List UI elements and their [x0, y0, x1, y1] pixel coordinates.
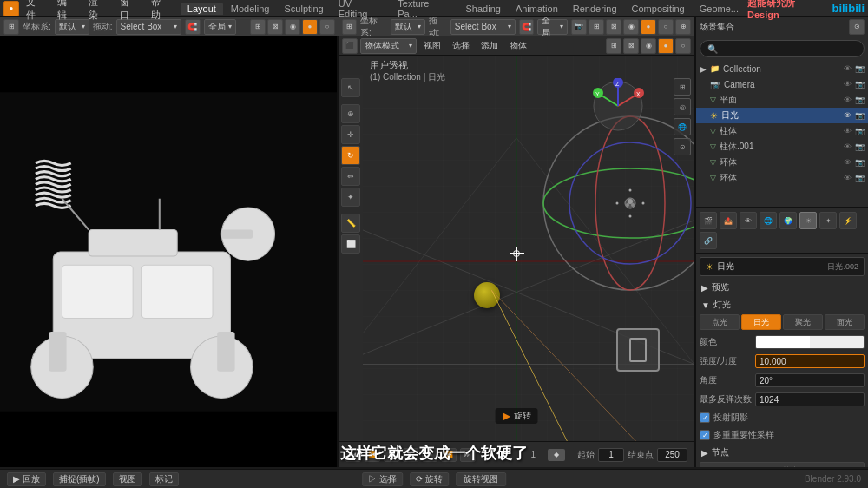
left-tb-icon1[interactable]: ⊞ — [3, 19, 19, 35]
outliner-camera[interactable]: 📷 Camera 👁 📷 — [696, 76, 868, 92]
scene-mode-icon[interactable]: ⬛ — [342, 38, 358, 54]
outliner-sun[interactable]: ☀ 日光 👁 📷 — [696, 108, 868, 123]
middle-tb-r3[interactable]: ⊠ — [606, 19, 621, 35]
eye-icon-0[interactable]: 👁 — [844, 64, 852, 73]
prop-object-data-icon[interactable]: ☀ — [799, 212, 817, 229]
start-frame-input[interactable] — [598, 448, 624, 462]
render-icon-6[interactable]: 📷 — [855, 158, 865, 167]
eye-icon-7[interactable]: 👁 — [844, 174, 852, 182]
render-icon-2[interactable]: 📷 — [855, 96, 865, 104]
scene-3d-area[interactable]: 用户透视 (1) Collection | 日光 ↖ ⊕ ✛ ↻ ⇔ ✦ 📏 ⬜ — [339, 56, 694, 467]
middle-tb-r4[interactable]: ◉ — [623, 19, 639, 35]
menu-edit[interactable]: 编辑 — [52, 0, 82, 23]
color-value[interactable] — [755, 335, 865, 349]
outliner-plane[interactable]: ▽ 平面 👁 📷 — [696, 92, 868, 108]
eye-icon-4[interactable]: 👁 — [844, 127, 852, 135]
left-tb-r1[interactable]: ⊞ — [250, 19, 266, 35]
render-mode[interactable]: 🌐 — [674, 118, 691, 135]
scene-add-menu[interactable]: 添加 — [477, 39, 503, 53]
end-frame-input[interactable] — [657, 448, 687, 462]
light-type-sun[interactable]: 日光 — [741, 314, 781, 330]
outliner-pillar1[interactable]: ▽ 柱体 👁 📷 — [696, 123, 868, 139]
eye-icon-5[interactable]: 👁 — [844, 142, 852, 151]
middle-tb-r7[interactable]: ⊕ — [675, 19, 691, 35]
render-icon-5[interactable]: 📷 — [855, 142, 865, 151]
left-model-area[interactable] — [0, 36, 337, 467]
eye-icon-6[interactable]: 👁 — [844, 158, 852, 167]
preview-toggle[interactable]: ▶ 预览 — [700, 280, 865, 295]
tab-shading[interactable]: Shading — [459, 3, 508, 15]
mark-btn[interactable]: 标记 — [149, 472, 179, 486]
zoom-to-fit[interactable]: ⊞ — [674, 78, 691, 96]
tab-animation[interactable]: Animation — [509, 3, 565, 15]
prop-output-icon[interactable]: 📤 — [720, 212, 737, 229]
light-type-point[interactable]: 点光 — [700, 314, 740, 330]
play-btn[interactable]: ▶ 回放 — [7, 472, 46, 486]
left-magnet[interactable]: 🧲 — [185, 19, 201, 35]
scene-icon1[interactable]: ⊞ — [606, 38, 621, 54]
render-icon-7[interactable]: 📷 — [855, 174, 865, 182]
render-icon-3[interactable]: 📷 — [855, 111, 865, 120]
middle-tb-r1[interactable]: 📷 — [571, 19, 587, 35]
left-tb-r2[interactable]: ⊠ — [267, 19, 283, 35]
light-type-spot[interactable]: 聚光 — [783, 314, 823, 330]
view-btn[interactable]: 视图 — [113, 472, 142, 486]
scene-icon4[interactable]: ● — [658, 38, 674, 54]
scene-tool-add[interactable]: ⬜ — [341, 234, 360, 254]
light-toggle[interactable]: ▼ 灯光 — [700, 297, 865, 313]
outliner-pillar2[interactable]: ▽ 柱体.001 👁 📷 — [696, 139, 868, 155]
left-full-dropdown[interactable]: 全局 ▾ — [204, 19, 236, 35]
prop-particles-icon[interactable]: ✦ — [819, 212, 837, 229]
scene-tool-measure[interactable]: 📏 — [341, 214, 360, 233]
select-box-dropdown-middle[interactable]: Select Box ▾ — [450, 19, 516, 35]
middle-tb-r6[interactable]: ○ — [658, 19, 674, 35]
strength-value[interactable]: 10.000 — [755, 354, 865, 368]
scene-icon2[interactable]: ⊠ — [623, 38, 639, 54]
outliner-filter[interactable]: ⊙ — [849, 19, 865, 35]
cast-shadow-checkbox[interactable]: ✓ — [700, 412, 710, 423]
nodes-toggle[interactable]: ▶ 节点 — [700, 445, 865, 460]
prop-render-icon[interactable]: 🎬 — [700, 212, 717, 229]
render-icon-4[interactable]: 📷 — [855, 127, 865, 135]
eye-icon-2[interactable]: 👁 — [844, 96, 852, 104]
keyframe-btn[interactable]: ◆ — [548, 449, 565, 461]
light-type-area[interactable]: 面光 — [825, 314, 865, 330]
left-tb-r3[interactable]: ◉ — [285, 19, 300, 35]
rotate-view-btn[interactable]: 旋转视图 — [456, 472, 506, 486]
tab-compositing[interactable]: Compositing — [625, 3, 692, 15]
render-icon-1[interactable]: 📷 — [855, 80, 865, 89]
scene-tool-scale[interactable]: ⇔ — [341, 167, 360, 186]
eye-icon-3[interactable]: 👁 — [844, 111, 852, 120]
menu-render[interactable]: 渲染 — [83, 0, 113, 23]
eye-icon-1[interactable]: 👁 — [844, 80, 852, 89]
max-bounces-value[interactable]: 1024 — [755, 392, 865, 406]
magnet-icon[interactable]: 🧲 — [519, 19, 534, 35]
scene-tool-select[interactable]: ↖ — [341, 78, 360, 97]
menu-file[interactable]: 文件 — [21, 0, 50, 23]
scene-tool-rotate[interactable]: ↻ — [341, 146, 360, 165]
tab-layout[interactable]: Layout — [181, 3, 223, 15]
scene-mode-dropdown[interactable]: 物体模式 ▾ — [360, 38, 417, 54]
tab-rendering[interactable]: Rendering — [566, 3, 624, 15]
scene-view-menu[interactable]: 视图 — [419, 39, 445, 53]
scene-tool-transform[interactable]: ✦ — [341, 188, 360, 207]
prop-scene-icon[interactable]: 🌐 — [760, 212, 777, 229]
outliner-torus2[interactable]: ▽ 环体 👁 📷 — [696, 170, 868, 186]
tab-sculpting[interactable]: Sculpting — [277, 3, 330, 15]
outliner-search[interactable]: 🔍 — [700, 40, 865, 57]
left-tb-r5[interactable]: ○ — [319, 19, 335, 35]
left-tb-r4[interactable]: ● — [302, 19, 318, 35]
overlay-btn[interactable]: ⊙ — [674, 138, 691, 155]
prop-world-icon[interactable]: 🌍 — [779, 212, 797, 229]
scene-icon5[interactable]: ○ — [675, 38, 691, 54]
angle-value[interactable]: 20° — [755, 373, 865, 387]
scene-select-menu[interactable]: 选择 — [448, 39, 474, 53]
middle-tb-r2[interactable]: ⊞ — [589, 19, 604, 35]
scene-object-menu[interactable]: 物体 — [505, 39, 531, 53]
tab-uv-editing[interactable]: UV Editing — [332, 0, 391, 20]
tab-texture-paint[interactable]: Texture Pa... — [391, 0, 457, 20]
menu-window[interactable]: 窗口 — [115, 0, 144, 23]
outliner-collection[interactable]: ▶ 📁 Collection 👁 📷 — [696, 61, 868, 76]
multiple-importance-checkbox[interactable]: ✓ — [700, 430, 710, 440]
capture-btn[interactable]: 捕捉(插帧) — [53, 472, 106, 486]
